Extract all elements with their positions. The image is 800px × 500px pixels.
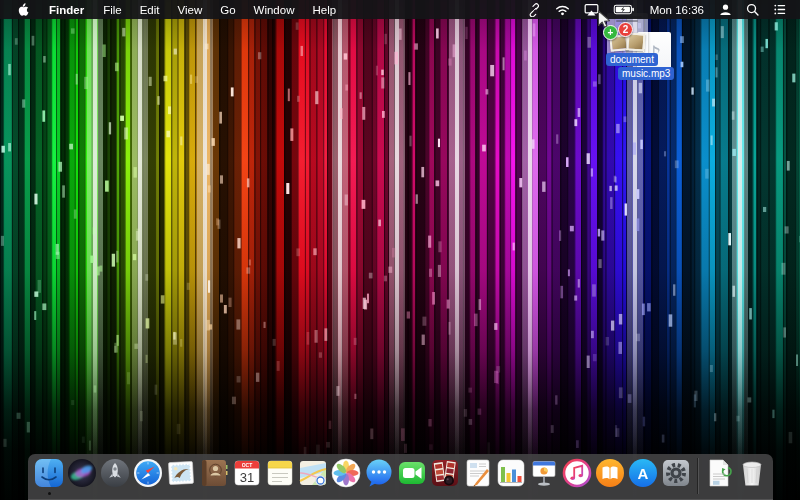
dock-item-document[interactable] bbox=[703, 457, 735, 497]
maps-icon bbox=[297, 457, 329, 489]
photos-icon bbox=[330, 457, 362, 489]
menu-file[interactable]: File bbox=[94, 4, 131, 16]
menu-window[interactable]: Window bbox=[245, 4, 304, 16]
apple-logo-icon bbox=[16, 2, 29, 17]
svg-text:31: 31 bbox=[240, 470, 254, 485]
desktop-label-document[interactable]: document bbox=[606, 53, 658, 66]
document-file-icon bbox=[703, 457, 735, 489]
notes-icon bbox=[264, 457, 296, 489]
drag-count-badge: 2 bbox=[618, 22, 633, 37]
siri-icon bbox=[66, 457, 98, 489]
dock-item-keynote[interactable] bbox=[528, 457, 560, 497]
dock-item-launchpad[interactable] bbox=[99, 457, 131, 497]
menu-go[interactable]: Go bbox=[211, 4, 244, 16]
dock-item-siri[interactable] bbox=[66, 457, 98, 497]
dock-divider bbox=[697, 458, 698, 494]
notification-center-icon bbox=[773, 3, 787, 16]
dock-item-mail[interactable] bbox=[165, 457, 197, 497]
menu-help[interactable]: Help bbox=[303, 4, 345, 16]
dock-item-itunes[interactable] bbox=[561, 457, 593, 497]
ibooks-icon bbox=[594, 457, 626, 489]
menu-view[interactable]: View bbox=[169, 4, 212, 16]
link-icon bbox=[527, 3, 541, 17]
contacts-icon bbox=[198, 457, 230, 489]
link-status-item[interactable] bbox=[520, 3, 548, 17]
calendar-icon: OCT 31 bbox=[231, 457, 263, 489]
dock-item-messages[interactable] bbox=[363, 457, 395, 497]
dock-item-facetime[interactable] bbox=[396, 457, 428, 497]
facetime-icon bbox=[396, 457, 428, 489]
menu-bar-clock[interactable]: Mon 16:36 bbox=[642, 4, 712, 16]
dock-item-maps[interactable] bbox=[297, 457, 329, 497]
system-preferences-icon bbox=[660, 457, 692, 489]
dock-item-finder[interactable] bbox=[33, 457, 65, 497]
messages-icon bbox=[363, 457, 395, 489]
mail-icon bbox=[165, 457, 197, 489]
dock-item-contacts[interactable] bbox=[198, 457, 230, 497]
svg-text:A: A bbox=[638, 465, 649, 482]
svg-text:OCT: OCT bbox=[242, 462, 253, 468]
menu-finder[interactable]: Finder bbox=[39, 4, 94, 16]
user-status-item[interactable] bbox=[712, 3, 739, 16]
dock-item-notes[interactable] bbox=[264, 457, 296, 497]
dock-item-app-store[interactable]: A bbox=[627, 457, 659, 497]
dock-item-trash[interactable] bbox=[736, 457, 768, 497]
dock-item-calendar[interactable]: OCT 31 bbox=[231, 457, 263, 497]
keynote-icon bbox=[528, 457, 560, 489]
search-icon bbox=[746, 3, 759, 16]
menu-bar-status-area: Mon 16:36 bbox=[520, 3, 794, 17]
battery-charging-icon bbox=[613, 3, 635, 16]
wifi-status-item[interactable] bbox=[548, 3, 577, 16]
pages-icon bbox=[462, 457, 494, 489]
dock-item-system-preferences[interactable] bbox=[660, 457, 692, 497]
dock-item-safari[interactable] bbox=[132, 457, 164, 497]
battery-status-item[interactable] bbox=[606, 3, 642, 16]
menu-bar: Finder File Edit View Go Window Help bbox=[0, 0, 800, 19]
dock-item-photo-booth[interactable] bbox=[429, 457, 461, 497]
spotlight-status-item[interactable] bbox=[739, 3, 766, 16]
dock-item-pages[interactable] bbox=[462, 457, 494, 497]
menu-edit[interactable]: Edit bbox=[131, 4, 169, 16]
user-icon bbox=[719, 3, 732, 16]
notification-center-status-item[interactable] bbox=[766, 3, 794, 16]
dock-item-numbers[interactable] bbox=[495, 457, 527, 497]
dock-item-photos[interactable] bbox=[330, 457, 362, 497]
dock: OCT 31 bbox=[28, 454, 773, 500]
mouse-cursor bbox=[597, 10, 611, 30]
wifi-icon bbox=[555, 3, 570, 16]
photo-booth-icon bbox=[429, 457, 461, 489]
dock-item-ibooks[interactable] bbox=[594, 457, 626, 497]
finder-icon bbox=[33, 457, 65, 489]
apple-menu[interactable] bbox=[6, 2, 39, 17]
app-store-icon: A bbox=[627, 457, 659, 489]
desktop-wallpaper[interactable] bbox=[0, 0, 800, 500]
safari-icon bbox=[132, 457, 164, 489]
launchpad-icon bbox=[99, 457, 131, 489]
itunes-icon bbox=[561, 457, 593, 489]
numbers-icon bbox=[495, 457, 527, 489]
desktop-label-music[interactable]: music.mp3 bbox=[618, 67, 674, 80]
trash-icon bbox=[736, 457, 768, 489]
